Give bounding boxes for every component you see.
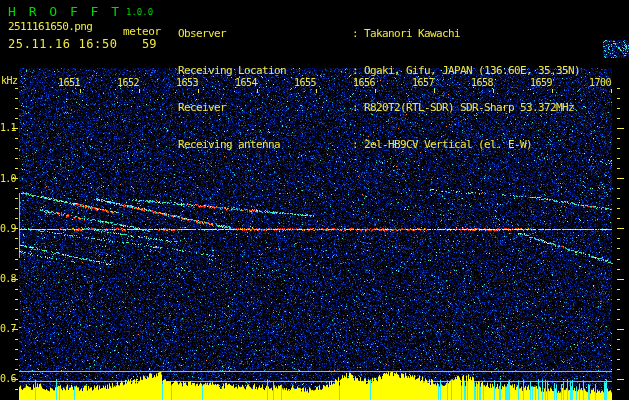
time-label: 1654 — [235, 77, 257, 88]
info-label: Receiving antenna — [178, 139, 352, 151]
time-label: 1655 — [294, 77, 316, 88]
info-value: 2el-HB9CV Vertical (el. E-W) — [364, 138, 532, 151]
app-title: H R O F F T — [8, 4, 122, 19]
info-row-antenna: Receiving antenna:2el-HB9CV Vertical (el… — [178, 139, 580, 151]
info-separator: : — [352, 65, 364, 77]
info-row-observer: Observer:Takanori Kawachi — [178, 28, 580, 40]
info-row-receiver: Receiver:R820T2(RTL-SDR) SDR-Sharp 53.37… — [178, 102, 580, 114]
info-label: Receiver — [178, 102, 352, 114]
info-row-location: Receiving Location:Ogaki, Gifu, JAPAN (1… — [178, 65, 580, 77]
hrofft-window: H R O F F T 1.0.0 2511161650.png meteor … — [0, 0, 629, 400]
freq-label: 0.6 — [0, 374, 13, 384]
info-label: Observer — [178, 28, 352, 40]
freq-label: 1.0 — [0, 174, 13, 184]
station-info: Observer:Takanori Kawachi Receiving Loca… — [178, 3, 580, 177]
echo-count: 59 — [142, 37, 156, 51]
info-value: R820T2(RTL-SDR) SDR-Sharp 53.372MHz — [364, 101, 574, 114]
output-filename: 2511161650.png — [8, 20, 92, 33]
info-separator: : — [352, 28, 364, 40]
freq-label: 0.8 — [0, 274, 13, 284]
time-label: 1656 — [353, 77, 375, 88]
time-label: 1700 — [589, 77, 611, 88]
info-value: Takanori Kawachi — [364, 27, 460, 40]
time-label: 1653 — [176, 77, 198, 88]
info-value: Ogaki, Gifu, JAPAN (136.60E, 35.35N) — [364, 64, 580, 77]
info-separator: : — [352, 102, 364, 114]
freq-label: 0.9 — [0, 224, 13, 234]
app-version: 1.0.0 — [126, 7, 153, 17]
time-label: 1652 — [117, 77, 139, 88]
time-label: 1658 — [471, 77, 493, 88]
time-label: 1657 — [412, 77, 434, 88]
info-label: Receiving Location — [178, 65, 352, 77]
time-label: 1651 — [58, 77, 80, 88]
freq-axis-unit-label: kHz — [1, 75, 18, 86]
freq-label: 1.1 — [0, 123, 13, 133]
freq-label: 0.7 — [0, 324, 13, 334]
time-label: 1659 — [530, 77, 552, 88]
info-separator: : — [352, 139, 364, 151]
observation-datetime: 25.11.16 16:50 — [8, 37, 118, 51]
